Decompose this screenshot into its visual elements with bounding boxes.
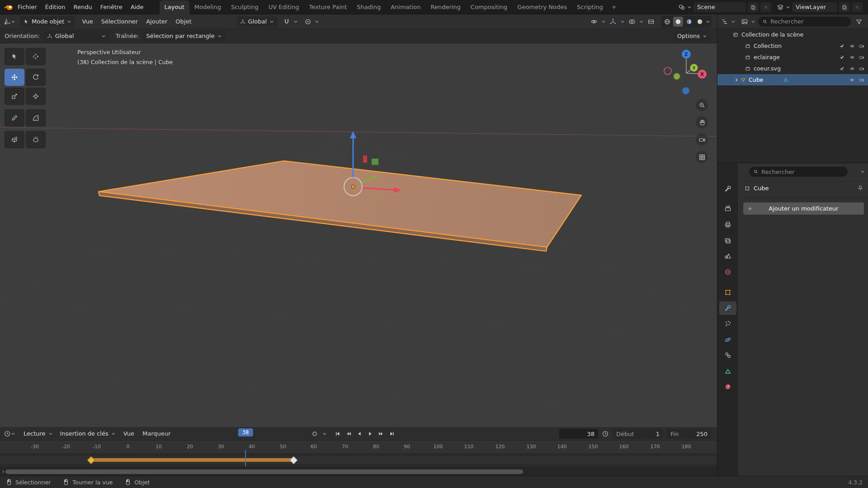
navigation-gizmo[interactable]: Z X Y — [659, 46, 713, 100]
prop-tab-constraints[interactable] — [719, 348, 736, 362]
playback-menu[interactable]: Lecture — [20, 428, 57, 439]
prop-tab-modifiers[interactable] — [719, 301, 736, 315]
proportional-editing-button[interactable] — [302, 17, 313, 27]
shading-material-button[interactable] — [684, 17, 694, 27]
chevron-down-icon[interactable] — [315, 19, 319, 24]
render-visibility-icon[interactable] — [859, 66, 864, 71]
tab-sculpting[interactable]: Sculpting — [226, 0, 264, 14]
jump-to-start-button[interactable] — [332, 429, 343, 439]
prop-tab-scene[interactable] — [719, 249, 736, 263]
tool-transform[interactable] — [26, 88, 46, 105]
scene-name-field[interactable]: Scene — [693, 2, 746, 12]
tab-animation[interactable]: Animation — [386, 0, 425, 14]
hide-eye-icon[interactable] — [849, 43, 855, 49]
timeline-ruler[interactable]: -30 -20 -10 0 10 20 30 40 50 60 70 80 90… — [0, 441, 717, 454]
render-visibility-icon[interactable] — [859, 43, 864, 49]
menu-fenetre[interactable]: Fenêtre — [96, 0, 127, 14]
outliner-row-eclairage[interactable]: eclairage — [717, 52, 868, 63]
prev-keyframe-button[interactable] — [343, 429, 354, 439]
prop-tab-material[interactable] — [719, 380, 736, 394]
tool-rotate[interactable] — [26, 69, 46, 86]
tool-3d-cursor[interactable] — [26, 48, 46, 65]
tool-move[interactable] — [5, 69, 24, 86]
red-object[interactable] — [363, 155, 367, 163]
scene-browse-icon[interactable] — [678, 4, 685, 11]
prop-tab-view-layer[interactable] — [719, 234, 736, 248]
scene-delete-button[interactable] — [760, 2, 771, 12]
editor-type-timeline-icon[interactable] — [4, 430, 11, 437]
tool-add-primitive[interactable] — [26, 131, 46, 148]
chevron-down-icon[interactable] — [11, 19, 15, 24]
play-reverse-button[interactable] — [354, 429, 364, 439]
chevron-down-icon[interactable] — [620, 19, 625, 24]
menu-vue[interactable]: Vue — [78, 14, 97, 29]
tool-annotate[interactable] — [5, 109, 24, 127]
prop-tab-output[interactable] — [719, 218, 736, 231]
collection-checkbox[interactable] — [838, 65, 845, 72]
timeline-horizontal-scrollbar[interactable] — [5, 469, 523, 474]
chevron-down-icon[interactable] — [601, 19, 606, 24]
shading-rendered-button[interactable] — [695, 17, 705, 27]
collection-checkbox[interactable] — [838, 54, 845, 61]
shading-solid-button[interactable] — [673, 17, 683, 27]
menu-edition[interactable]: Édition — [41, 0, 70, 14]
next-keyframe-button[interactable] — [376, 429, 386, 439]
viewlayer-new-button[interactable] — [839, 2, 850, 12]
camera-view-button[interactable] — [696, 133, 708, 145]
panel-expand-icon[interactable] — [1, 469, 5, 474]
hide-eye-icon[interactable] — [849, 66, 855, 71]
timeline-marker-menu[interactable]: Marqueur — [138, 427, 175, 441]
tool-select-box[interactable] — [5, 48, 24, 65]
prop-tab-world[interactable] — [719, 265, 736, 279]
add-modifier-button[interactable]: Ajouter un modificateur — [743, 202, 864, 215]
tab-layout[interactable]: Layout — [160, 0, 189, 14]
tab-geometry-nodes[interactable]: Geometry Nodes — [512, 0, 572, 14]
pan-button[interactable] — [696, 116, 708, 128]
blender-logo-icon[interactable] — [4, 3, 14, 11]
editor-type-3d-viewport-icon[interactable] — [4, 18, 11, 25]
menu-rendu[interactable]: Rendu — [69, 0, 96, 14]
timeline-view-menu[interactable]: Vue — [119, 427, 138, 441]
snap-toggle-button[interactable] — [281, 17, 292, 27]
timeline-tracks[interactable] — [0, 454, 717, 467]
tab-texture-paint[interactable]: Texture Paint — [304, 0, 352, 14]
expand-chevron-icon[interactable] — [734, 78, 739, 82]
properties-search-input[interactable]: Rechercher — [749, 167, 848, 177]
outliner-row-coeur-svg[interactable]: coeur.svg — [717, 63, 868, 74]
jump-to-end-button[interactable] — [387, 429, 397, 439]
playhead-line[interactable] — [245, 450, 246, 466]
menu-ajouter[interactable]: Ajouter — [142, 14, 171, 29]
show-overlays-button[interactable] — [627, 17, 637, 27]
object-mode-dropdown[interactable]: Mode objet — [20, 16, 75, 27]
hide-eye-icon[interactable] — [849, 77, 855, 83]
viewlayer-browse-icon[interactable] — [777, 4, 784, 11]
tab-uv-editing[interactable]: UV Editing — [264, 0, 304, 14]
pin-icon[interactable] — [857, 185, 864, 192]
scene-new-button[interactable] — [748, 2, 759, 12]
menu-fichier[interactable]: Fichier — [14, 0, 41, 14]
green-object[interactable] — [372, 159, 378, 165]
orientation-dropdown[interactable]: Global — [43, 31, 109, 42]
xray-toggle-button[interactable] — [646, 17, 656, 27]
axis-neg-y-ball[interactable] — [674, 73, 680, 80]
tool-measure[interactable] — [26, 109, 46, 127]
menu-aide[interactable]: Aide — [127, 0, 148, 14]
tab-compositing[interactable]: Compositing — [466, 0, 513, 14]
chevron-down-icon[interactable] — [687, 5, 692, 9]
prop-tab-tool[interactable] — [719, 182, 736, 196]
add-workspace-button[interactable]: + — [608, 0, 620, 14]
playhead-frame-badge[interactable]: 38 — [238, 428, 253, 436]
show-gizmo-button[interactable] — [608, 17, 618, 27]
tab-modeling[interactable]: Modeling — [189, 0, 226, 14]
shading-wireframe-button[interactable] — [662, 17, 672, 27]
orthographic-toggle-button[interactable] — [696, 151, 708, 163]
chevron-down-icon[interactable] — [751, 19, 755, 24]
filter-button[interactable] — [854, 17, 864, 27]
chevron-down-icon[interactable] — [293, 19, 298, 24]
viewlayer-delete-button[interactable] — [852, 2, 863, 12]
keyframe-range-bar[interactable] — [90, 458, 293, 462]
menu-objet[interactable]: Objet — [171, 14, 195, 29]
object-visibility-button[interactable] — [589, 17, 599, 27]
3d-viewport[interactable]: Perspective Utilisateur (38) Collection … — [0, 43, 717, 427]
tool-add-cube[interactable] — [5, 131, 24, 148]
